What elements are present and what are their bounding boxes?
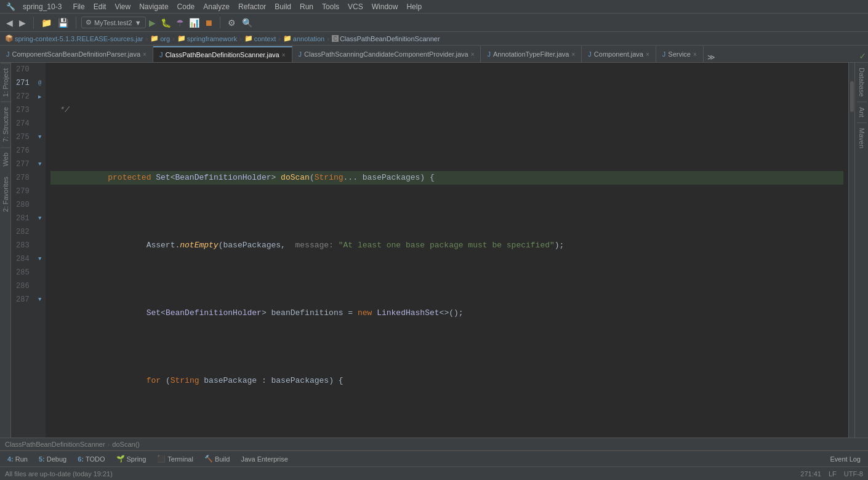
tab-icon-1: J <box>6 50 10 58</box>
linenum-284: 284 <box>11 252 34 266</box>
menu-code[interactable]: Code <box>174 1 199 12</box>
forward-button[interactable]: ▶ <box>17 17 28 29</box>
menu-tools[interactable]: Tools <box>318 1 343 12</box>
gutter-274[interactable]: ▼ <box>34 130 46 144</box>
tab-annotation-filter[interactable]: J AnnotationTypeFilter.java × <box>481 46 582 62</box>
back-button[interactable]: ◀ <box>4 17 15 29</box>
linenum-270: 270 <box>11 63 34 76</box>
toolbar-run-section: ⚙ MyTest.test2 ▼ ▶ 🐛 ☂ 📊 ⏹ <box>81 17 215 29</box>
tab-close-6[interactable]: × <box>693 51 697 58</box>
todo-tab[interactable]: 6: TODO <box>73 454 110 464</box>
run-config-selector[interactable]: ⚙ MyTest.test2 ▼ <box>81 17 146 28</box>
tab-classpath-scanner[interactable]: J ClassPathBeanDefinitionScanner.java × <box>153 46 292 62</box>
code-274-content: for (String basePackage : basePackages) … <box>50 361 344 401</box>
gutter-271[interactable]: @ <box>34 76 46 90</box>
menu-view[interactable]: View <box>111 1 134 12</box>
bc-class[interactable]: ClassPathBeanDefinitionScanner <box>340 35 440 42</box>
save-button[interactable]: 💾 <box>55 17 71 29</box>
menu-analyze[interactable]: Analyze <box>199 1 233 12</box>
tab-close-2[interactable]: × <box>282 52 286 58</box>
sidebar-web[interactable]: Web <box>1 147 10 171</box>
jar-label[interactable]: spring-context-5.1.3.RELEASE-sources.jar <box>15 35 143 42</box>
stop-button[interactable]: ⏹ <box>203 17 215 29</box>
gutter-286[interactable]: ▼ <box>34 293 46 306</box>
tab-component-scan[interactable]: J ComponentScanBeanDefinitionParser.java… <box>0 46 153 62</box>
search-button[interactable]: 🔍 <box>239 17 255 29</box>
code-271-content: protected Set<BeanDefinitionHolder> doSc… <box>50 158 435 198</box>
terminal-tab[interactable]: ⬛ Terminal <box>152 454 198 464</box>
linenum-281: 281 <box>11 212 34 225</box>
sidebar-database[interactable]: Database <box>857 63 867 102</box>
run-tab[interactable]: 4: Run <box>2 454 33 464</box>
menu-edit[interactable]: Edit <box>90 1 110 12</box>
linenum-275: 275 <box>11 130 34 144</box>
tab-close-3[interactable]: × <box>471 51 475 58</box>
profile-button[interactable]: 📊 <box>187 17 201 29</box>
scrollbar-thumb <box>850 81 854 112</box>
menu-build[interactable]: Build <box>271 1 295 12</box>
code-content[interactable]: */ protected Set<BeanDefinitionHolder> d… <box>46 63 848 438</box>
bc-org[interactable]: org <box>160 35 170 42</box>
status-encoding[interactable]: UTF-8 <box>844 470 863 478</box>
run-button[interactable]: ▶ <box>147 17 158 29</box>
coverage-button[interactable]: ☂ <box>174 17 186 29</box>
code-method-breadcrumb: doScan() <box>112 441 140 448</box>
bc-springframework[interactable]: springframework <box>187 35 237 42</box>
gutter-272 <box>34 103 46 117</box>
sidebar-ant[interactable]: Ant <box>857 102 867 123</box>
bc-annotation[interactable]: annotation <box>293 35 324 42</box>
gutter-280[interactable]: ▼ <box>34 212 46 225</box>
bottom-area: ClassPathBeanDefinitionScanner › doScan(… <box>0 438 868 466</box>
menu-refactor[interactable]: Refactor <box>235 1 270 12</box>
run-config-icon: ⚙ <box>86 18 92 26</box>
tab-service[interactable]: J Service × <box>656 46 704 62</box>
breadcrumb: 📦 spring-context-5.1.3.RELEASE-sources.j… <box>0 32 868 46</box>
run-config-name: MyTest.test2 <box>94 19 132 26</box>
run-tab-num: 4: <box>7 455 14 463</box>
status-position[interactable]: 271:41 <box>800 470 821 478</box>
todo-tab-label: TODO <box>86 455 105 463</box>
spring-tab-label: Spring <box>127 455 147 463</box>
tab-close-4[interactable]: × <box>572 51 576 58</box>
app-icon[interactable]: 🔧 <box>2 1 19 12</box>
gutter-276[interactable]: ▼ <box>34 158 46 171</box>
menu-window[interactable]: Window <box>368 1 402 12</box>
settings-button[interactable]: ⚙ <box>225 17 238 29</box>
sidebar-structure[interactable]: 7: Structure <box>1 102 10 147</box>
sidebar-maven[interactable]: Maven <box>857 123 867 153</box>
build-tab[interactable]: 🔨 Build <box>199 454 235 464</box>
linenum-280: 280 <box>11 198 34 212</box>
tabs-overflow-button[interactable]: ≫ <box>704 53 719 62</box>
open-button[interactable]: 📁 <box>39 17 54 29</box>
menu-vcs[interactable]: VCS <box>344 1 367 12</box>
sep3: › <box>239 35 242 42</box>
menu-bar: 🔧 spring_10-3 File Edit View Navigate Co… <box>0 0 868 14</box>
gutter-284 <box>34 266 46 279</box>
editor-scrollbar[interactable] <box>848 63 854 438</box>
sidebar-project[interactable]: 1: Project <box>1 63 10 102</box>
tab-classpath-provider[interactable]: J ClassPathScanningCandidateComponentPro… <box>292 46 481 62</box>
editor-wrapper: 270 271 272 273 274 275 276 277 278 279 … <box>11 63 854 438</box>
debug-tab[interactable]: 5: Debug <box>34 454 71 464</box>
menu-run[interactable]: Run <box>296 1 317 12</box>
tab-component[interactable]: J Component.java × <box>582 46 656 62</box>
terminal-tab-label: Terminal <box>167 455 193 463</box>
bc-context[interactable]: context <box>254 35 276 42</box>
event-log-label: Event Log <box>830 455 861 463</box>
code-class-breadcrumb: ClassPathBeanDefinitionScanner <box>5 441 105 448</box>
tab-close-1[interactable]: × <box>143 51 147 58</box>
tab-label-4: AnnotationTypeFilter.java <box>493 50 569 58</box>
menu-help[interactable]: Help <box>403 1 425 12</box>
tab-icon-4: J <box>487 50 491 58</box>
tab-close-5[interactable]: × <box>646 51 649 58</box>
java-enterprise-tab[interactable]: Java Enterprise <box>236 454 292 464</box>
debug-button[interactable]: 🐛 <box>159 17 173 29</box>
package-icon-1: 📁 <box>150 34 159 42</box>
sidebar-favorites[interactable]: 2: Favorites <box>1 172 10 217</box>
event-log-tab[interactable]: Event Log <box>825 454 866 464</box>
spring-tab[interactable]: 🌱 Spring <box>111 454 151 464</box>
gutter-283[interactable]: ▼ <box>34 252 46 266</box>
status-line-ending[interactable]: LF <box>829 470 837 478</box>
menu-file[interactable]: File <box>69 1 88 12</box>
menu-navigate[interactable]: Navigate <box>135 1 172 12</box>
